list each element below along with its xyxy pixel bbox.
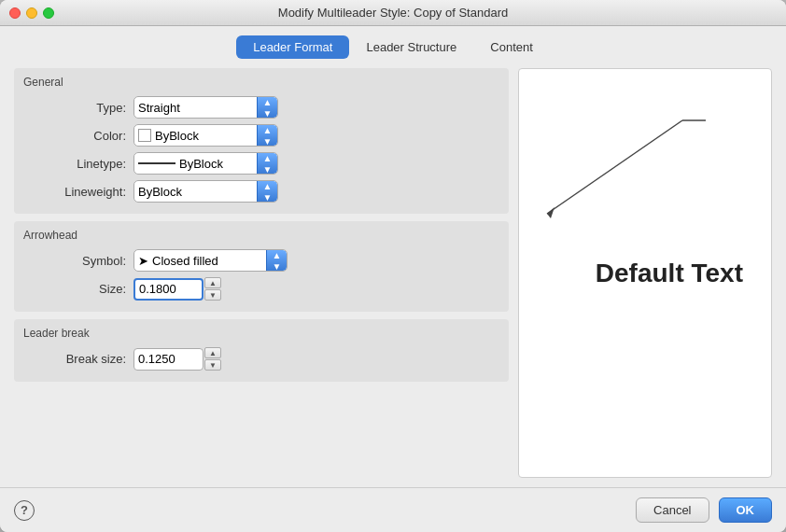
symbol-label: Symbol: bbox=[23, 254, 126, 268]
linetype-label: Linetype: bbox=[23, 157, 126, 171]
left-panel: General Type: Straight ▲ ▼ bbox=[14, 68, 509, 478]
lineweight-label: Lineweight: bbox=[23, 185, 126, 199]
size-spinner: ▲ ▼ bbox=[133, 277, 221, 301]
break-size-spinner: ▲ ▼ bbox=[133, 347, 221, 371]
size-label: Size: bbox=[23, 282, 126, 296]
color-dropdown-arrow[interactable]: ▲ ▼ bbox=[257, 125, 277, 146]
arrow-icons: ▲ ▼ bbox=[273, 250, 282, 272]
break-size-increment[interactable]: ▲ bbox=[204, 347, 221, 358]
arrow-icons: ▲ ▼ bbox=[263, 153, 273, 175]
preview-panel: Default Text bbox=[518, 68, 772, 478]
help-button[interactable]: ? bbox=[14, 500, 35, 521]
minimize-button[interactable] bbox=[26, 7, 37, 19]
closed-filled-icon: ➤ bbox=[138, 254, 148, 268]
arrow-icons: ▲ ▼ bbox=[263, 125, 273, 147]
type-row: Type: Straight ▲ ▼ bbox=[23, 96, 499, 119]
size-increment[interactable]: ▲ bbox=[204, 277, 221, 288]
break-size-label: Break size: bbox=[23, 352, 126, 366]
lineweight-value: ByBlock bbox=[138, 185, 182, 199]
tabs-bar: Leader Format Leader Structure Content bbox=[0, 26, 786, 59]
size-spinner-buttons: ▲ ▼ bbox=[204, 277, 221, 301]
break-size-spinner-buttons: ▲ ▼ bbox=[204, 347, 221, 371]
break-size-row: Break size: ▲ ▼ bbox=[23, 347, 499, 371]
linetype-dropdown-arrow[interactable]: ▲ ▼ bbox=[257, 153, 277, 174]
symbol-dropdown-arrow[interactable]: ▲ ▼ bbox=[266, 250, 287, 271]
preview-text: Default Text bbox=[596, 259, 743, 288]
general-section: General Type: Straight ▲ ▼ bbox=[14, 68, 509, 214]
title-bar: Modify Multileader Style: Copy of Standa… bbox=[0, 0, 786, 26]
lineweight-dropdown-arrow[interactable]: ▲ ▼ bbox=[257, 181, 277, 202]
arrowhead-header: Arrowhead bbox=[23, 229, 499, 242]
tab-leader-structure[interactable]: Leader Structure bbox=[349, 35, 473, 59]
linetype-dropdown[interactable]: ByBlock ▲ ▼ bbox=[133, 152, 278, 175]
lineweight-dropdown[interactable]: ByBlock ▲ ▼ bbox=[133, 180, 278, 203]
lineweight-row: Lineweight: ByBlock ▲ ▼ bbox=[23, 180, 499, 203]
linetype-row: Linetype: ByBlock ▲ ▼ bbox=[23, 152, 499, 175]
window-body: Leader Format Leader Structure Content G… bbox=[0, 26, 786, 532]
size-row: Size: ▲ ▼ bbox=[23, 277, 499, 301]
bottom-bar: ? Cancel OK bbox=[0, 487, 786, 532]
linetype-dash bbox=[138, 162, 175, 164]
linetype-value: ByBlock bbox=[179, 157, 223, 171]
color-value: ByBlock bbox=[155, 129, 199, 143]
break-size-input[interactable] bbox=[133, 348, 204, 371]
size-input[interactable] bbox=[133, 278, 204, 301]
maximize-button[interactable] bbox=[43, 7, 54, 19]
arrowhead-section: Arrowhead Symbol: ➤ Closed filled ▲ ▼ bbox=[14, 221, 509, 312]
window-title: Modify Multileader Style: Copy of Standa… bbox=[278, 6, 508, 20]
arrow-icons: ▲ ▼ bbox=[263, 97, 273, 119]
window-controls bbox=[9, 7, 54, 19]
type-value: Straight bbox=[138, 101, 180, 115]
dialog-buttons: Cancel OK bbox=[636, 497, 772, 523]
arrowhead-shape bbox=[547, 207, 554, 218]
type-dropdown-arrow[interactable]: ▲ ▼ bbox=[257, 97, 277, 118]
main-window: Modify Multileader Style: Copy of Standa… bbox=[0, 0, 786, 532]
svg-line-0 bbox=[547, 120, 682, 214]
symbol-dropdown[interactable]: ➤ Closed filled ▲ ▼ bbox=[133, 249, 288, 272]
symbol-row: Symbol: ➤ Closed filled ▲ ▼ bbox=[23, 249, 499, 272]
color-swatch bbox=[138, 129, 151, 142]
main-area: General Type: Straight ▲ ▼ bbox=[0, 59, 786, 487]
cancel-button[interactable]: Cancel bbox=[636, 497, 709, 523]
break-size-decrement[interactable]: ▼ bbox=[204, 359, 221, 371]
general-header: General bbox=[23, 76, 499, 89]
size-decrement[interactable]: ▼ bbox=[204, 289, 221, 301]
color-row: Color: ByBlock ▲ ▼ bbox=[23, 124, 499, 147]
type-label: Type: bbox=[23, 101, 126, 115]
type-dropdown[interactable]: Straight ▲ ▼ bbox=[133, 96, 278, 119]
symbol-value: Closed filled bbox=[152, 254, 218, 268]
tab-content[interactable]: Content bbox=[473, 35, 550, 59]
arrow-icons: ▲ ▼ bbox=[263, 181, 273, 203]
color-dropdown[interactable]: ByBlock ▲ ▼ bbox=[133, 124, 278, 147]
color-label: Color: bbox=[23, 129, 126, 143]
leader-break-section: Leader break Break size: ▲ ▼ bbox=[14, 319, 509, 382]
tab-leader-format[interactable]: Leader Format bbox=[236, 35, 349, 59]
leader-break-header: Leader break bbox=[23, 327, 499, 340]
leader-line-svg bbox=[519, 69, 706, 237]
close-button[interactable] bbox=[9, 7, 21, 19]
ok-button[interactable]: OK bbox=[719, 497, 773, 523]
